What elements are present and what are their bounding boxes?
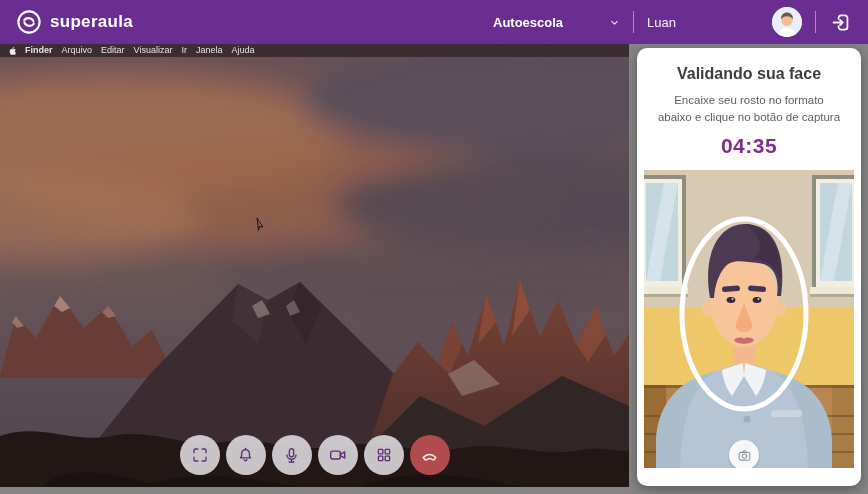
header-divider [815,11,816,33]
window-right [810,175,854,297]
username-label: Luan [647,15,676,30]
wallpaper-image [0,44,629,487]
webcam-preview [644,170,854,468]
capture-button[interactable] [729,440,759,468]
apple-logo-icon [8,46,16,56]
menubar-item-finder: Finder [25,44,53,57]
expand-fullscreen-button[interactable] [180,435,220,475]
school-selector-dropdown[interactable]: Autoescola [493,15,620,30]
user-avatar[interactable] [772,7,802,37]
hangup-button[interactable] [410,435,450,475]
menubar-item-janela: Janela [196,44,223,57]
menubar-item-ir: Ir [181,44,187,57]
superaula-logo-icon [16,9,42,35]
menubar-item-arquivo: Arquivo [62,44,93,57]
menubar-item-editar: Editar [101,44,125,57]
header-divider [633,11,634,33]
screenshare-video: Finder Arquivo Editar Visualizar Ir Jane… [0,44,629,487]
panel-title: Validando sua face [677,65,821,83]
logout-button[interactable] [829,11,852,34]
panel-subtitle-line2: abaixo e clique no botão de captura [658,111,840,123]
menubar-item-ajuda: Ajuda [231,44,254,57]
macos-menubar: Finder Arquivo Editar Visualizar Ir Jane… [0,44,629,57]
camera-button[interactable] [318,435,358,475]
notifications-bell-button[interactable] [226,435,266,475]
brand-logo: superaula [0,9,133,35]
panel-subtitle: Encaixe seu rosto no formato abaixo e cl… [658,92,840,125]
school-selector-value: Autoescola [493,15,563,30]
chevron-down-icon [609,17,620,28]
call-controls-bar [0,435,629,475]
face-validation-panel: Validando sua face Encaixe seu rosto no … [637,48,861,486]
panel-subtitle-line1: Encaixe seu rosto no formato [674,94,824,106]
brand-name: superaula [50,12,133,32]
microphone-button[interactable] [272,435,312,475]
window-left [644,175,688,297]
app-header: superaula Autoescola Luan [0,0,868,44]
menubar-item-visualizar: Visualizar [134,44,173,57]
countdown-timer: 04:35 [721,134,777,158]
capture-camera-icon [737,448,752,463]
layout-grid-button[interactable] [364,435,404,475]
